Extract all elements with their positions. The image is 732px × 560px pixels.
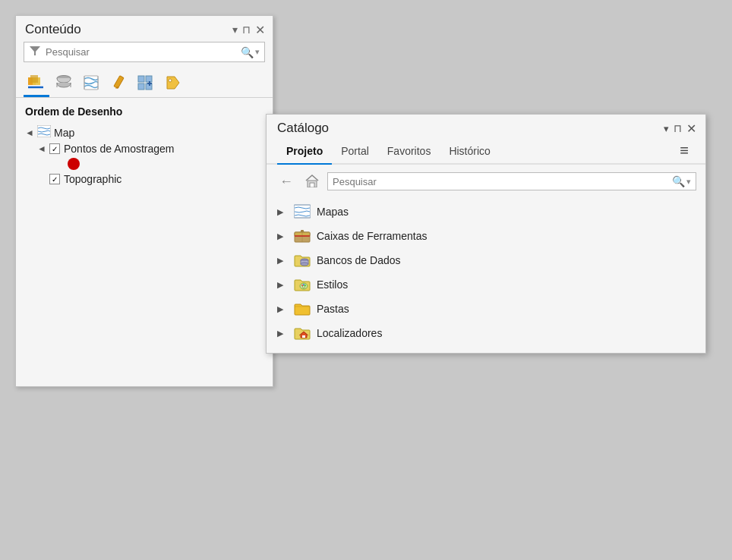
map-layer-icon — [37, 125, 51, 140]
catalogo-tabs: Projeto Portal Favoritos Histórico ≡ — [267, 136, 705, 165]
caixas-chevron: ▶ — [277, 231, 288, 241]
catalogo-search-container: 🔍 ▾ — [327, 172, 696, 190]
catalogo-search-dropdown[interactable]: ▾ — [686, 177, 691, 187]
conteudo-title-bar: Conteúdo ▾ ⊓ ✕ — [16, 16, 273, 42]
bancos-icon — [294, 253, 311, 268]
svg-point-35 — [303, 284, 304, 285]
pastas-chevron: ▶ — [277, 304, 288, 314]
catalogo-menu-button[interactable]: ≡ — [674, 143, 695, 161]
pastas-icon — [294, 301, 311, 316]
caixas-icon — [294, 228, 311, 244]
caixas-label: Caixas de Ferramentas — [317, 230, 428, 242]
catalog-item-mapas[interactable]: ▶ Mapas — [267, 200, 705, 224]
conteudo-title: Conteúdo — [25, 22, 81, 37]
pontos-symbol-row — [25, 156, 263, 171]
toolbar-database-button[interactable] — [51, 71, 77, 94]
tree-item-map[interactable]: ◄ Map — [25, 124, 263, 141]
home-icon — [304, 174, 320, 190]
mapas-label: Mapas — [317, 206, 349, 218]
catalogo-arrow-down[interactable]: ▾ — [664, 123, 669, 134]
localizadores-label: Localizadores — [317, 327, 382, 339]
pastas-label: Pastas — [317, 303, 349, 315]
svg-point-37 — [303, 286, 305, 288]
catalogo-search-bar: ← 🔍 ▾ — [276, 171, 696, 192]
catalog-item-estilos[interactable]: ▶ Estilos — [267, 272, 705, 297]
conteudo-close-button[interactable]: ✕ — [255, 23, 265, 37]
tree-item-pontos[interactable]: ◄ ✓ Pontos de Amostragem — [25, 141, 263, 156]
pontos-checkbox[interactable]: ✓ — [49, 143, 60, 154]
map-layer-label: Map — [54, 127, 74, 139]
ordem-desenho-title: Ordem de Desenho — [25, 105, 263, 118]
mapas-chevron: ▶ — [277, 207, 288, 217]
bancos-label: Bancos de Dados — [317, 254, 401, 266]
tab-historico[interactable]: Histórico — [440, 140, 499, 163]
back-icon: ← — [279, 174, 293, 190]
filter-icon[interactable] — [29, 45, 41, 59]
search-dropdown-arrow[interactable]: ▾ — [255, 47, 260, 57]
catalogo-back-button[interactable]: ← — [276, 171, 297, 192]
catalogo-panel: Catálogo ▾ ⊓ ✕ Projeto Portal Favoritos … — [266, 114, 706, 354]
svg-rect-29 — [295, 235, 310, 237]
conteudo-search-button[interactable]: 🔍 ▾ — [241, 46, 260, 58]
estilos-label: Estilos — [317, 278, 348, 291]
catalogo-home-button[interactable] — [301, 171, 323, 192]
svg-marker-0 — [30, 46, 40, 55]
catalogo-search-button[interactable]: 🔍 ▾ — [672, 175, 691, 187]
topographic-label: Topographic — [64, 173, 121, 185]
main-wrapper: Conteúdo ▾ ⊓ ✕ 🔍 ▾ — [15, 15, 714, 546]
svg-rect-13 — [146, 76, 152, 82]
conteudo-pin2-button[interactable]: ⊓ — [242, 24, 251, 36]
conteudo-panel: Conteúdo ▾ ⊓ ✕ 🔍 ▾ — [15, 15, 273, 387]
toolbar-grid-plus-button[interactable] — [133, 71, 159, 94]
conteudo-search-input[interactable] — [46, 46, 241, 58]
catalog-item-bancos[interactable]: ▶ Bancos de Dados — [267, 248, 705, 272]
svg-rect-14 — [138, 83, 144, 90]
pontos-chevron: ◄ — [37, 143, 48, 154]
conteudo-controls: ▾ ⊓ ✕ — [232, 23, 265, 37]
catalog-tree: ▶ Mapas ▶ — [267, 197, 705, 353]
svg-rect-12 — [138, 76, 144, 82]
search-icon: 🔍 — [241, 46, 254, 58]
svg-rect-3 — [30, 75, 38, 83]
catalog-item-caixas[interactable]: ▶ Caixas de Ferramentas — [267, 224, 705, 248]
catalog-item-localizadores[interactable]: ▶ Localizadores — [267, 321, 705, 345]
localizadores-chevron: ▶ — [277, 329, 288, 338]
pontos-symbol-circle — [68, 158, 80, 170]
svg-rect-11 — [114, 76, 124, 89]
catalogo-search-icon: 🔍 — [672, 175, 685, 187]
conteudo-search-container: 🔍 ▾ — [24, 42, 265, 62]
svg-rect-19 — [37, 125, 51, 137]
catalogo-header: Catálogo ▾ ⊓ ✕ — [267, 115, 705, 136]
toolbar-pencil-button[interactable] — [106, 71, 131, 94]
toolbar-tag-button[interactable] — [160, 71, 186, 94]
layer-tree-section: Ordem de Desenho ◄ Map ◄ ✓ Pont — [16, 98, 273, 194]
toolbar-layers-button[interactable] — [24, 71, 49, 94]
toolbar-map-button[interactable] — [78, 71, 104, 94]
map-chevron: ◄ — [25, 127, 36, 138]
catalogo-controls: ▾ ⊓ ✕ — [664, 121, 696, 136]
svg-rect-21 — [310, 183, 314, 187]
svg-rect-38 — [302, 335, 305, 338]
svg-point-32 — [301, 263, 308, 266]
conteudo-toolbar — [16, 67, 273, 98]
svg-point-18 — [169, 79, 172, 82]
catalogo-search-input[interactable] — [333, 176, 672, 187]
estilos-chevron: ▶ — [277, 280, 288, 290]
localizadores-icon — [294, 326, 311, 341]
conteudo-pin-button[interactable]: ▾ — [232, 24, 238, 36]
tree-item-topographic[interactable]: ▶ ✓ Topographic — [25, 171, 263, 187]
catalog-item-pastas[interactable]: ▶ Pastas — [267, 297, 705, 321]
tab-favoritos[interactable]: Favoritos — [378, 140, 440, 163]
pontos-label: Pontos de Amostragem — [64, 143, 175, 155]
estilos-icon — [294, 277, 311, 292]
mapas-icon — [294, 204, 311, 219]
bancos-chevron: ▶ — [277, 256, 288, 266]
catalogo-title: Catálogo — [277, 121, 329, 136]
tab-portal[interactable]: Portal — [332, 140, 378, 163]
topographic-checkbox[interactable]: ✓ — [49, 174, 60, 184]
tab-projeto[interactable]: Projeto — [277, 140, 332, 163]
catalogo-pin-button[interactable]: ⊓ — [674, 122, 682, 134]
catalogo-close-button[interactable]: ✕ — [686, 121, 696, 136]
